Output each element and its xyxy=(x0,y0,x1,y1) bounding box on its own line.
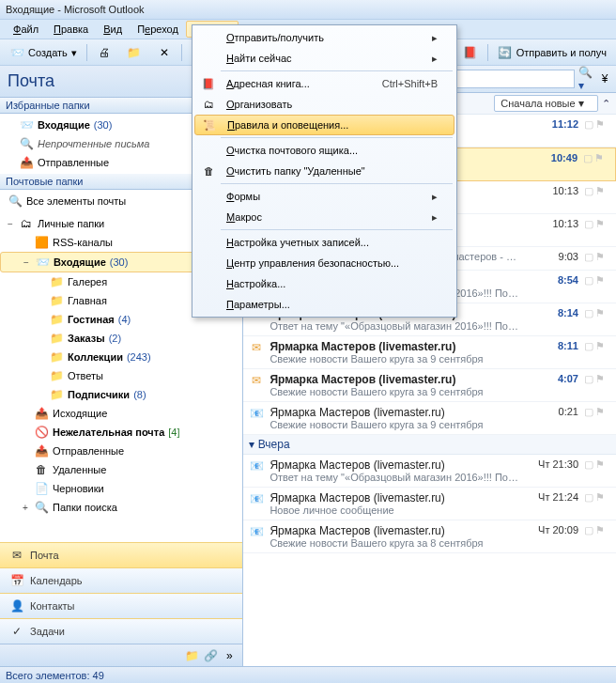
folder-Ответы[interactable]: 📁Ответы xyxy=(0,366,242,385)
folder-Папки поиска[interactable]: +🔍Папки поиска xyxy=(0,498,242,517)
menu-item-label: Адресная книга... xyxy=(226,78,375,89)
menu-item-Макрос[interactable]: Макрос▸ xyxy=(194,207,454,227)
category-icon[interactable]: ▢ xyxy=(583,152,593,164)
search-folder-icon: 🔍 xyxy=(8,194,23,209)
envelope-icon: 📧 xyxy=(249,406,264,421)
category-icon[interactable]: ▢ xyxy=(584,118,593,131)
chevron-icon[interactable]: ⌃ xyxy=(602,98,610,110)
menu-item-Настройка учетных записей...[interactable]: Настройка учетных записей... xyxy=(194,232,454,253)
flag-icon[interactable]: ⚑ xyxy=(595,524,605,536)
category-icon[interactable]: ▢ xyxy=(584,340,593,352)
tools-menu-popup: Отправить/получить▸Найти сейчас▸📕Адресна… xyxy=(192,24,457,318)
category-icon[interactable]: ▢ xyxy=(584,274,593,287)
delete-button[interactable]: ✕ xyxy=(151,42,177,63)
new-button[interactable]: 📨Создать▾ xyxy=(4,42,83,63)
menu-item-Формы[interactable]: Формы▸ xyxy=(194,186,454,207)
message-row[interactable]: 📧Ярмарка Мастеров (livemaster.ru)Свежие … xyxy=(243,402,616,435)
folder-list-icon[interactable]: 📁 xyxy=(184,648,199,663)
message-row[interactable]: ✉Ярмарка Мастеров (livemaster.ru)Свежие … xyxy=(243,369,616,402)
flag-icon[interactable]: ⚑ xyxy=(595,373,605,385)
new-button-label: Создать xyxy=(28,42,68,63)
shortcuts-icon[interactable]: 🔗 xyxy=(203,648,218,663)
category-icon[interactable]: ▢ xyxy=(584,185,593,197)
expand-search-icon[interactable]: ¥ xyxy=(597,71,612,86)
category-icon[interactable]: ▢ xyxy=(584,458,593,471)
folder-Подписчики[interactable]: 📁Подписчики (8) xyxy=(0,385,242,404)
category-icon[interactable]: ▢ xyxy=(584,524,593,536)
fav-label: Входящие xyxy=(38,119,90,131)
group-header[interactable]: ▾ Вчера xyxy=(243,435,616,455)
separator xyxy=(181,44,182,61)
search-icon[interactable]: 🔍▾ xyxy=(578,71,593,86)
flag-icon[interactable]: ⚑ xyxy=(595,185,605,197)
flag-icon[interactable]: ⚑ xyxy=(594,152,604,164)
menu-item-label: Настройка... xyxy=(226,278,438,289)
menu-Правка[interactable]: Правка xyxy=(46,22,96,37)
expander-icon[interactable]: − xyxy=(6,219,15,229)
menu-item-Параметры...[interactable]: Параметры... xyxy=(194,294,454,315)
menu-item-Центр управления безопасностью...[interactable]: Центр управления безопасностью... xyxy=(194,253,454,273)
envelope-icon: 📧 xyxy=(249,491,264,506)
menu-item-Настройка...[interactable]: Настройка... xyxy=(194,273,454,294)
folder-Заказы[interactable]: 📁Заказы (2) xyxy=(0,329,242,348)
menu-Файл[interactable]: Файл xyxy=(6,22,46,37)
flag-icon[interactable]: ⚑ xyxy=(595,274,605,287)
category-icon[interactable]: ▢ xyxy=(584,251,593,263)
flag-icon[interactable]: ⚑ xyxy=(595,118,605,131)
menu-Переход[interactable]: Переход xyxy=(130,22,186,37)
folder-Отправленные[interactable]: 📤Отправленные xyxy=(0,442,242,460)
print-button[interactable]: 🖨 xyxy=(91,42,117,63)
more-icon[interactable]: » xyxy=(222,648,237,663)
flag-icon[interactable]: ⚑ xyxy=(595,218,605,230)
flag-icon[interactable]: ⚑ xyxy=(595,458,605,471)
message-row[interactable]: 📧Ярмарка Мастеров (livemaster.ru)Свежие … xyxy=(243,520,616,553)
folder-Коллекции[interactable]: 📁Коллекции (243) xyxy=(0,348,242,366)
message-row[interactable]: 📧Ярмарка Мастеров (livemaster.ru)Новое л… xyxy=(243,488,616,520)
nav-label: Календарь xyxy=(30,575,83,586)
folder-icon: 🗑 xyxy=(34,462,49,477)
menu-Вид[interactable]: Вид xyxy=(96,22,130,37)
menu-item-Организовать[interactable]: 🗂Организовать xyxy=(194,94,454,115)
folder-Черновики[interactable]: 📄Черновики xyxy=(0,479,242,498)
flag-icon[interactable]: ⚑ xyxy=(595,251,605,263)
category-icon[interactable]: ▢ xyxy=(584,373,593,385)
nav-Контакты[interactable]: 👤Контакты xyxy=(0,593,242,618)
sort-dropdown[interactable]: Сначала новые ▾ xyxy=(494,95,598,112)
menu-item-Адресная книга...[interactable]: 📕Адресная книга...Ctrl+Shift+B xyxy=(194,73,454,94)
expander-icon[interactable]: − xyxy=(22,257,31,268)
message-subject: Ответ на тему "«Образцовый магазин 2016»… xyxy=(270,320,518,332)
folder-Удаленные[interactable]: 🗑Удаленные xyxy=(0,460,242,479)
folder-label: Подписчики xyxy=(68,389,130,400)
category-icon[interactable]: ▢ xyxy=(584,307,593,319)
flag-icon[interactable]: ⚑ xyxy=(595,307,605,319)
folder-icon: 📤 xyxy=(19,155,34,170)
flag-icon[interactable]: ⚑ xyxy=(595,491,605,504)
nav-Календарь[interactable]: 📅Календарь xyxy=(0,567,242,593)
flag-icon[interactable]: ⚑ xyxy=(595,340,605,352)
flag-icon[interactable]: ⚑ xyxy=(595,406,605,418)
folder-icon: 🗂 xyxy=(19,216,34,231)
menu-item-Очистка почтового ящика...[interactable]: Очистка почтового ящика... xyxy=(194,140,454,161)
folder-Нежелательная почта[interactable]: 🚫Нежелательная почта [4] xyxy=(0,423,242,442)
menu-item-Найти сейчас[interactable]: Найти сейчас▸ xyxy=(194,48,454,69)
send-receive-button[interactable]: 🔄Отправить и получ xyxy=(492,42,612,63)
menu-item-Правила и оповещения...[interactable]: 📜Правила и оповещения... xyxy=(194,115,454,135)
nav-Почта[interactable]: ✉Почта xyxy=(0,542,242,567)
message-row[interactable]: ✉Ярмарка Мастеров (livemaster.ru)Свежие … xyxy=(243,336,616,369)
nav-Задачи[interactable]: ✓Задачи xyxy=(0,618,242,644)
message-time: 8:11 xyxy=(524,340,578,365)
expander-icon[interactable]: + xyxy=(21,503,30,513)
message-row[interactable]: 📧Ярмарка Мастеров (livemaster.ru)Ответ н… xyxy=(243,455,616,488)
folder-Исходящие[interactable]: 📤Исходящие xyxy=(0,404,242,423)
folder-count: (243) xyxy=(127,351,151,363)
nav-icon-strip: 📁 🔗 » xyxy=(0,644,242,666)
menu-item-Очистить папку "Удаленные"[interactable]: 🗑Очистить папку "Удаленные" xyxy=(194,161,454,181)
move-button[interactable]: 📁 xyxy=(121,42,147,63)
category-icon[interactable]: ▢ xyxy=(584,491,593,504)
address-book-button[interactable]: 📕 xyxy=(457,42,484,63)
submenu-arrow-icon: ▸ xyxy=(432,32,438,44)
menu-item-Отправить/получить[interactable]: Отправить/получить▸ xyxy=(194,27,454,48)
message-subject: Свежие новости Вашего круга за 9 сентябр… xyxy=(270,353,518,365)
category-icon[interactable]: ▢ xyxy=(584,218,593,230)
category-icon[interactable]: ▢ xyxy=(584,406,593,418)
